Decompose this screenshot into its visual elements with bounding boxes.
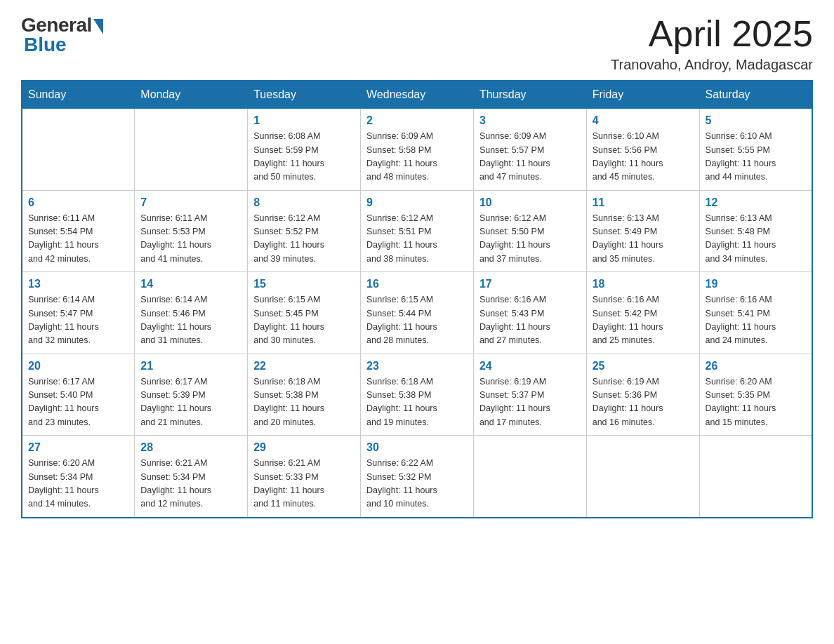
calendar-cell: 7Sunrise: 6:11 AM Sunset: 5:53 PM Daylig… bbox=[135, 190, 248, 272]
day-number: 7 bbox=[140, 196, 241, 209]
day-number: 29 bbox=[253, 441, 355, 454]
weekday-header-tuesday: Tuesday bbox=[248, 81, 361, 109]
calendar-cell bbox=[473, 436, 586, 518]
calendar-cell: 9Sunrise: 6:12 AM Sunset: 5:51 PM Daylig… bbox=[361, 190, 474, 272]
day-number: 26 bbox=[706, 360, 806, 373]
day-number: 3 bbox=[479, 114, 581, 127]
calendar-cell: 20Sunrise: 6:17 AM Sunset: 5:40 PM Dayli… bbox=[22, 354, 135, 436]
calendar-cell: 15Sunrise: 6:15 AM Sunset: 5:45 PM Dayli… bbox=[248, 272, 361, 354]
day-number: 23 bbox=[366, 360, 468, 373]
day-info: Sunrise: 6:19 AM Sunset: 5:36 PM Dayligh… bbox=[593, 375, 694, 430]
day-number: 19 bbox=[706, 278, 806, 290]
calendar-cell: 22Sunrise: 6:18 AM Sunset: 5:38 PM Dayli… bbox=[248, 354, 361, 436]
day-number: 16 bbox=[366, 278, 468, 290]
calendar-cell: 19Sunrise: 6:16 AM Sunset: 5:41 PM Dayli… bbox=[699, 272, 812, 354]
calendar-cell: 8Sunrise: 6:12 AM Sunset: 5:52 PM Daylig… bbox=[248, 190, 361, 272]
weekday-header-monday: Monday bbox=[135, 81, 248, 109]
day-number: 6 bbox=[28, 196, 128, 209]
day-number: 18 bbox=[593, 278, 694, 290]
day-number: 14 bbox=[140, 278, 241, 290]
calendar-cell: 18Sunrise: 6:16 AM Sunset: 5:42 PM Dayli… bbox=[586, 272, 699, 354]
day-info: Sunrise: 6:10 AM Sunset: 5:55 PM Dayligh… bbox=[706, 130, 806, 185]
calendar-cell: 3Sunrise: 6:09 AM Sunset: 5:57 PM Daylig… bbox=[473, 109, 586, 191]
calendar-cell: 24Sunrise: 6:19 AM Sunset: 5:37 PM Dayli… bbox=[473, 354, 586, 436]
calendar-cell: 27Sunrise: 6:20 AM Sunset: 5:34 PM Dayli… bbox=[22, 436, 135, 518]
day-number: 1 bbox=[253, 114, 355, 127]
calendar-cell: 16Sunrise: 6:15 AM Sunset: 5:44 PM Dayli… bbox=[361, 272, 474, 354]
day-number: 28 bbox=[140, 441, 241, 454]
calendar-week-row: 13Sunrise: 6:14 AM Sunset: 5:47 PM Dayli… bbox=[22, 272, 812, 354]
day-info: Sunrise: 6:14 AM Sunset: 5:47 PM Dayligh… bbox=[28, 293, 128, 348]
calendar-cell: 30Sunrise: 6:22 AM Sunset: 5:32 PM Dayli… bbox=[361, 436, 474, 518]
calendar-cell bbox=[135, 109, 248, 191]
day-number: 4 bbox=[593, 114, 694, 127]
day-number: 5 bbox=[706, 114, 806, 127]
weekday-header-thursday: Thursday bbox=[473, 81, 586, 109]
calendar-cell bbox=[22, 109, 135, 191]
calendar-week-row: 6Sunrise: 6:11 AM Sunset: 5:54 PM Daylig… bbox=[22, 190, 812, 272]
day-info: Sunrise: 6:17 AM Sunset: 5:40 PM Dayligh… bbox=[28, 375, 128, 430]
calendar-week-row: 1Sunrise: 6:08 AM Sunset: 5:59 PM Daylig… bbox=[22, 109, 812, 191]
day-info: Sunrise: 6:14 AM Sunset: 5:46 PM Dayligh… bbox=[140, 293, 241, 348]
weekday-header-friday: Friday bbox=[586, 81, 699, 109]
day-info: Sunrise: 6:12 AM Sunset: 5:51 PM Dayligh… bbox=[366, 212, 468, 267]
day-info: Sunrise: 6:15 AM Sunset: 5:45 PM Dayligh… bbox=[253, 293, 355, 348]
calendar-cell: 5Sunrise: 6:10 AM Sunset: 5:55 PM Daylig… bbox=[699, 109, 812, 191]
month-title: April 2025 bbox=[611, 14, 813, 54]
day-info: Sunrise: 6:16 AM Sunset: 5:42 PM Dayligh… bbox=[593, 293, 694, 348]
calendar-cell bbox=[586, 436, 699, 518]
day-number: 9 bbox=[366, 196, 468, 209]
day-number: 27 bbox=[28, 441, 128, 454]
weekday-header-wednesday: Wednesday bbox=[361, 81, 474, 109]
calendar-cell: 25Sunrise: 6:19 AM Sunset: 5:36 PM Dayli… bbox=[586, 354, 699, 436]
calendar-cell: 29Sunrise: 6:21 AM Sunset: 5:33 PM Dayli… bbox=[248, 436, 361, 518]
title-area: April 2025 Tranovaho, Androy, Madagascar bbox=[611, 14, 813, 73]
calendar-cell: 10Sunrise: 6:12 AM Sunset: 5:50 PM Dayli… bbox=[473, 190, 586, 272]
logo-triangle-icon bbox=[93, 19, 103, 34]
day-info: Sunrise: 6:20 AM Sunset: 5:34 PM Dayligh… bbox=[28, 457, 128, 511]
day-info: Sunrise: 6:13 AM Sunset: 5:49 PM Dayligh… bbox=[593, 212, 694, 267]
logo-blue-text: Blue bbox=[24, 34, 67, 56]
day-number: 8 bbox=[253, 196, 355, 209]
calendar-week-row: 27Sunrise: 6:20 AM Sunset: 5:34 PM Dayli… bbox=[22, 436, 812, 518]
weekday-header-sunday: Sunday bbox=[22, 81, 135, 109]
calendar-week-row: 20Sunrise: 6:17 AM Sunset: 5:40 PM Dayli… bbox=[22, 354, 812, 436]
day-number: 22 bbox=[253, 360, 355, 373]
day-info: Sunrise: 6:16 AM Sunset: 5:43 PM Dayligh… bbox=[479, 293, 581, 348]
day-info: Sunrise: 6:21 AM Sunset: 5:33 PM Dayligh… bbox=[253, 457, 355, 511]
day-info: Sunrise: 6:11 AM Sunset: 5:53 PM Dayligh… bbox=[140, 212, 241, 267]
day-number: 17 bbox=[479, 278, 581, 290]
calendar-cell: 12Sunrise: 6:13 AM Sunset: 5:48 PM Dayli… bbox=[699, 190, 812, 272]
location-text: Tranovaho, Androy, Madagascar bbox=[611, 57, 813, 73]
day-number: 20 bbox=[28, 360, 128, 373]
day-number: 13 bbox=[28, 278, 128, 290]
day-info: Sunrise: 6:09 AM Sunset: 5:58 PM Dayligh… bbox=[366, 130, 468, 185]
calendar-cell: 4Sunrise: 6:10 AM Sunset: 5:56 PM Daylig… bbox=[586, 109, 699, 191]
day-number: 10 bbox=[479, 196, 581, 209]
day-number: 30 bbox=[366, 441, 468, 454]
day-info: Sunrise: 6:13 AM Sunset: 5:48 PM Dayligh… bbox=[706, 212, 806, 267]
page-header: General Blue April 2025 Tranovaho, Andro… bbox=[21, 14, 813, 73]
calendar-cell bbox=[699, 436, 812, 518]
day-info: Sunrise: 6:12 AM Sunset: 5:52 PM Dayligh… bbox=[253, 212, 355, 267]
calendar-cell: 14Sunrise: 6:14 AM Sunset: 5:46 PM Dayli… bbox=[135, 272, 248, 354]
day-info: Sunrise: 6:21 AM Sunset: 5:34 PM Dayligh… bbox=[140, 457, 241, 511]
day-info: Sunrise: 6:09 AM Sunset: 5:57 PM Dayligh… bbox=[479, 130, 581, 185]
calendar-cell: 23Sunrise: 6:18 AM Sunset: 5:38 PM Dayli… bbox=[361, 354, 474, 436]
day-info: Sunrise: 6:15 AM Sunset: 5:44 PM Dayligh… bbox=[366, 293, 468, 348]
day-number: 21 bbox=[140, 360, 241, 373]
day-info: Sunrise: 6:12 AM Sunset: 5:50 PM Dayligh… bbox=[479, 212, 581, 267]
day-number: 15 bbox=[253, 278, 355, 290]
day-info: Sunrise: 6:18 AM Sunset: 5:38 PM Dayligh… bbox=[366, 375, 468, 430]
day-info: Sunrise: 6:17 AM Sunset: 5:39 PM Dayligh… bbox=[140, 375, 241, 430]
day-info: Sunrise: 6:10 AM Sunset: 5:56 PM Dayligh… bbox=[593, 130, 694, 185]
day-number: 2 bbox=[366, 114, 468, 127]
day-info: Sunrise: 6:19 AM Sunset: 5:37 PM Dayligh… bbox=[479, 375, 581, 430]
calendar-cell: 13Sunrise: 6:14 AM Sunset: 5:47 PM Dayli… bbox=[22, 272, 135, 354]
weekday-header-saturday: Saturday bbox=[699, 81, 812, 109]
calendar-table: SundayMondayTuesdayWednesdayThursdayFrid… bbox=[21, 80, 813, 518]
weekday-header-row: SundayMondayTuesdayWednesdayThursdayFrid… bbox=[22, 81, 812, 109]
calendar-cell: 11Sunrise: 6:13 AM Sunset: 5:49 PM Dayli… bbox=[586, 190, 699, 272]
calendar-cell: 17Sunrise: 6:16 AM Sunset: 5:43 PM Dayli… bbox=[473, 272, 586, 354]
day-number: 11 bbox=[593, 196, 694, 209]
